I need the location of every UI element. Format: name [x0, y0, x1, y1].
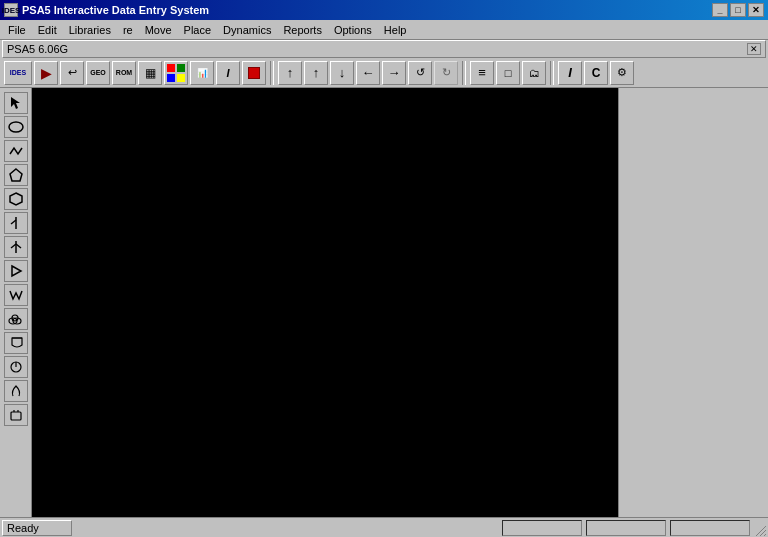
- toolbar-list-btn[interactable]: ≡: [470, 61, 494, 85]
- toolbar: IDES ▶ ↩ GEO ROM ▦ 📊 I ↑ ↑ ↓ ← → ↺ ↻ ≡ □…: [0, 58, 768, 88]
- toolbar-redo-btn[interactable]: ↻: [434, 61, 458, 85]
- status-right-panels: [502, 520, 766, 536]
- right-panel: [618, 88, 768, 517]
- sub-title-bar: PSA5 6.06G ✕: [2, 40, 766, 58]
- minimize-button[interactable]: _: [712, 3, 728, 17]
- toolbar-grid-btn[interactable]: ▦: [138, 61, 162, 85]
- resize-grip[interactable]: [754, 520, 766, 536]
- sidebar-cloud-tool[interactable]: [4, 308, 28, 330]
- toolbar-ides-btn[interactable]: IDES: [4, 61, 32, 85]
- title-bar: IDES PSA5 Interactive Data Entry System …: [0, 0, 768, 20]
- svg-rect-16: [11, 412, 21, 420]
- svg-marker-0: [11, 97, 20, 109]
- toolbar-chart-btn[interactable]: 📊: [190, 61, 214, 85]
- toolbar-left-btn[interactable]: ←: [356, 61, 380, 85]
- menu-help[interactable]: Help: [378, 22, 413, 38]
- title-text: PSA5 Interactive Data Entry System: [22, 4, 209, 16]
- sidebar-pentagon-tool[interactable]: [4, 164, 28, 186]
- svg-line-21: [764, 534, 766, 536]
- sidebar-play-tool[interactable]: [4, 260, 28, 282]
- menu-edit[interactable]: Edit: [32, 22, 63, 38]
- status-panel-2: [502, 520, 582, 536]
- toolbar-up-btn[interactable]: ↑: [278, 61, 302, 85]
- sidebar-branch-both-tool[interactable]: [4, 236, 28, 258]
- sidebar-select-tool[interactable]: [4, 92, 28, 114]
- toolbar-sep-3: [550, 61, 554, 85]
- svg-point-1: [9, 122, 23, 132]
- sidebar-branch-left-tool[interactable]: [4, 212, 28, 234]
- sub-title-text: PSA5 6.06G: [7, 43, 68, 55]
- toolbar-text-btn[interactable]: I: [558, 61, 582, 85]
- toolbar-window-btn[interactable]: □: [496, 61, 520, 85]
- toolbar-right-btn[interactable]: →: [382, 61, 406, 85]
- toolbar-cursor-btn[interactable]: I: [216, 61, 240, 85]
- status-panel-3: [586, 520, 666, 536]
- sub-close-button[interactable]: ✕: [747, 43, 761, 55]
- menu-move[interactable]: Move: [139, 22, 178, 38]
- sidebar-tool-13[interactable]: [4, 380, 28, 402]
- sidebar-hexagon-tool[interactable]: [4, 188, 28, 210]
- menu-reports[interactable]: Reports: [277, 22, 328, 38]
- menu-file[interactable]: File: [2, 22, 32, 38]
- sub-window: PSA5 6.06G ✕: [0, 40, 768, 58]
- sidebar-tool-12[interactable]: [4, 356, 28, 378]
- toolbar-geo-btn[interactable]: GEO: [86, 61, 110, 85]
- toolbar-undo-btn[interactable]: ↺: [408, 61, 432, 85]
- svg-marker-9: [12, 266, 21, 276]
- maximize-button[interactable]: □: [730, 3, 746, 17]
- status-ready-label: Ready: [7, 522, 39, 534]
- toolbar-c-btn[interactable]: C: [584, 61, 608, 85]
- toolbar-down-btn[interactable]: ↓: [330, 61, 354, 85]
- menu-re[interactable]: re: [117, 22, 139, 38]
- sidebar-line-tool[interactable]: [4, 140, 28, 162]
- status-text: Ready: [2, 520, 72, 536]
- sidebar-cup-tool[interactable]: [4, 332, 28, 354]
- title-bar-left: IDES PSA5 Interactive Data Entry System: [4, 3, 209, 17]
- sidebar-tool-14[interactable]: [4, 404, 28, 426]
- center-canvas[interactable]: [32, 88, 618, 517]
- menu-dynamics[interactable]: Dynamics: [217, 22, 277, 38]
- menu-bar: File Edit Libraries re Move Place Dynami…: [0, 20, 768, 40]
- main-layout: [0, 88, 768, 517]
- menu-libraries[interactable]: Libraries: [63, 22, 117, 38]
- app-icon: IDES: [4, 3, 18, 17]
- menu-place[interactable]: Place: [178, 22, 218, 38]
- toolbar-up2-btn[interactable]: ↑: [304, 61, 328, 85]
- svg-marker-2: [10, 169, 22, 181]
- toolbar-settings-btn[interactable]: ⚙: [610, 61, 634, 85]
- sidebar-w-tool[interactable]: [4, 284, 28, 306]
- toolbar-layers-btn[interactable]: 🗂: [522, 61, 546, 85]
- menu-options[interactable]: Options: [328, 22, 378, 38]
- status-bar: Ready: [0, 517, 768, 537]
- toolbar-sep-2: [462, 61, 466, 85]
- sidebar-ellipse-tool[interactable]: [4, 116, 28, 138]
- title-buttons[interactable]: _ □ ✕: [712, 3, 764, 17]
- toolbar-rom-btn[interactable]: ROM: [112, 61, 136, 85]
- left-sidebar: [0, 88, 32, 517]
- toolbar-color-btn[interactable]: [164, 61, 188, 85]
- toolbar-red-btn[interactable]: [242, 61, 266, 85]
- status-panel-4: [670, 520, 750, 536]
- toolbar-back-btn[interactable]: ↩: [60, 61, 84, 85]
- toolbar-sep-1: [270, 61, 274, 85]
- svg-marker-3: [10, 193, 22, 205]
- toolbar-run-btn[interactable]: ▶: [34, 61, 58, 85]
- close-button[interactable]: ✕: [748, 3, 764, 17]
